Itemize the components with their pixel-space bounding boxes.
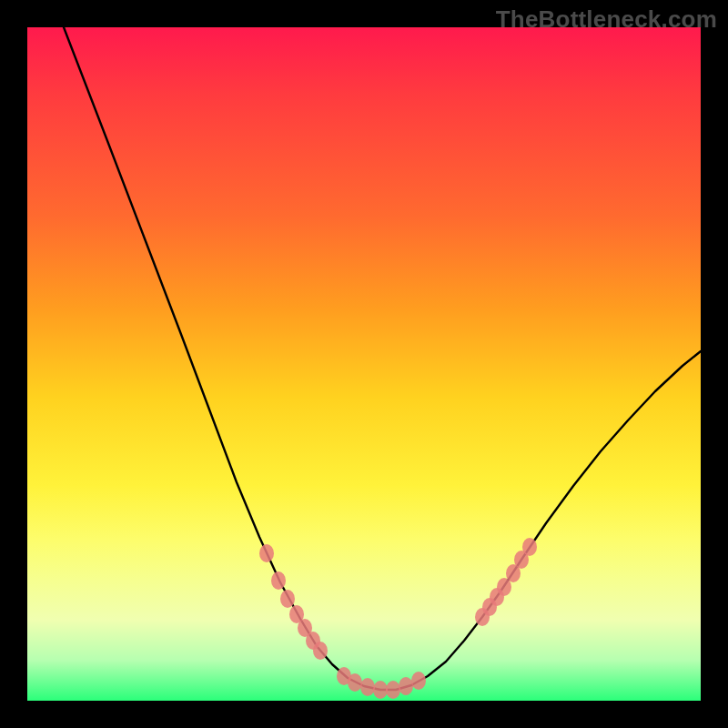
watermark-text: TheBottleneck.com [496, 5, 717, 34]
curve-marker [522, 538, 537, 556]
curve-marker [399, 677, 413, 695]
curve-marker [360, 678, 375, 696]
curve-marker [259, 544, 274, 562]
curve-markers [259, 538, 537, 699]
curve-marker [313, 642, 328, 660]
curve-marker [373, 681, 388, 699]
curve-marker [386, 681, 400, 699]
bottleneck-curve [64, 27, 701, 690]
curve-marker [280, 590, 295, 608]
chart-svg [27, 27, 701, 701]
chart-frame [27, 27, 701, 701]
curve-marker [271, 571, 286, 590]
curve-marker [348, 673, 362, 692]
curve-marker [411, 672, 426, 690]
